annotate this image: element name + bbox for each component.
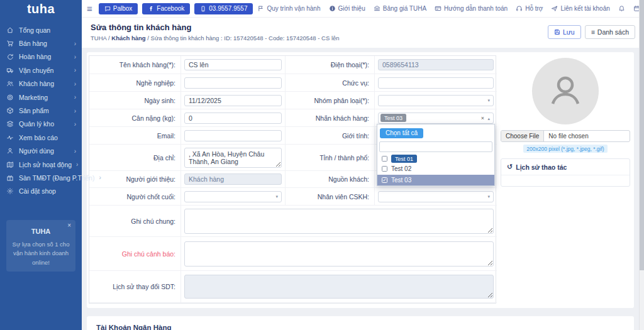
- phone-button[interactable]: 03.9557.9557: [194, 3, 253, 14]
- clear-tags-icon[interactable]: ×: [481, 115, 484, 121]
- topbar-links: Quy trình vận hành Giới thiệu Bảng giá T…: [257, 2, 644, 16]
- group-classification-select[interactable]: ▾: [378, 95, 494, 106]
- link-bang-gia[interactable]: Bảng giá TUHA: [374, 5, 426, 12]
- caret-down-icon: ▾: [487, 194, 490, 199]
- avatar-panel: Choose File No file chosen 200x200 pixel…: [501, 55, 630, 187]
- scrollbar-thumb[interactable]: [640, 0, 644, 270]
- link-lien-ket-tai-khoan[interactable]: Liên kết tài khoản: [551, 5, 609, 12]
- breadcrumb-id: ID: 157420548: [224, 35, 263, 41]
- close-icon[interactable]: ×: [67, 222, 71, 229]
- sidebar-item-nguoi-dung[interactable]: Người dùng ›: [0, 145, 82, 158]
- general-note-textarea[interactable]: [184, 209, 494, 234]
- sidebar-item-tong-quan[interactable]: Tổng quan: [0, 23, 82, 36]
- product-icon: [6, 107, 14, 115]
- page-header-left: Sửa thông tin khách hàng TUHA / Khách hà…: [91, 23, 340, 41]
- caret-up-icon: ▴: [487, 116, 490, 121]
- tuha-logo[interactable]: tuha: [0, 0, 82, 18]
- sidebar-item-khach-hang[interactable]: Khách hàng ›: [0, 77, 82, 91]
- field-label: Ngày sinh:: [89, 92, 181, 109]
- field-label: Cân nặng (kg):: [89, 109, 181, 127]
- breadcrumb-section[interactable]: Khách hàng: [111, 35, 145, 41]
- field-label: Người chốt cuối:: [89, 188, 181, 206]
- link-huong-dan-thanh-toan[interactable]: Hướng dẫn thanh toán: [435, 5, 508, 12]
- breadcrumb-current: Sửa thông tin khách hàng :: [151, 35, 223, 41]
- sidebar-item-label: Hoàn hàng: [19, 53, 51, 60]
- topbar: ≡ Palbox Facebook 03.9557.9557 Quy trình…: [82, 0, 644, 18]
- customer-form-card: Tên khách hàng(*): Điện thoại(*): Nghề n…: [87, 52, 634, 308]
- weight-input[interactable]: [184, 113, 282, 124]
- promo-text: Sự lựa chọn số 1 cho vận hành kinh doanh…: [11, 240, 70, 267]
- payment-card-icon: [435, 5, 441, 12]
- checkbox-checked[interactable]: ✓: [382, 177, 387, 183]
- chevron-right-icon: ›: [74, 121, 76, 128]
- birthday-input[interactable]: [184, 95, 282, 106]
- facebook-button[interactable]: Facebook: [142, 3, 190, 14]
- content-area: Tên khách hàng(*): Điện thoại(*): Nghề n…: [82, 48, 644, 330]
- sidebar-item-ban-hang[interactable]: Bán hàng ›: [0, 36, 82, 50]
- customer-tags-select[interactable]: Test 03 × ▴: [378, 113, 494, 124]
- home-icon: [6, 26, 14, 34]
- link-ho-tro[interactable]: Hỗ trợ: [516, 5, 543, 12]
- sidebar-item-hoan-hang[interactable]: Hoàn hàng ›: [0, 50, 82, 63]
- link-gioi-thieu[interactable]: Giới thiệu: [329, 5, 365, 12]
- selected-tag: Test 03: [380, 114, 406, 122]
- customer-tags-dropdown: Chọn tất cả Test 01 Test 02 ✓ Test 0: [377, 124, 495, 186]
- sidebar-item-van-chuyen[interactable]: Vận chuyển ›: [0, 63, 82, 77]
- tag-option-test02[interactable]: Test 02: [379, 164, 492, 174]
- field-label: Nhãn khách hàng:: [286, 109, 375, 127]
- chevron-right-icon: ›: [76, 161, 78, 168]
- occupation-input[interactable]: [184, 77, 282, 89]
- address-textarea[interactable]: , Xã An Hòa, Huyện Châu Thành, An Giang: [184, 148, 282, 168]
- action-history-title: Lịch sử thao tác: [516, 163, 567, 171]
- sidebar-item-label: Vận chuyển: [19, 67, 53, 74]
- tag-option-test03[interactable]: ✓ Test 03: [377, 175, 494, 185]
- tag-search-input[interactable]: [379, 141, 492, 152]
- field-label: Chức vụ:: [286, 74, 375, 92]
- sidebar-item-marketing[interactable]: Marketing ›: [0, 91, 82, 104]
- link-quy-trinh-van-hanh[interactable]: Quy trình vận hành: [257, 5, 320, 12]
- select-all-button[interactable]: Chọn tất cả: [380, 128, 423, 138]
- return-icon: [6, 53, 14, 61]
- phone-history-textarea: [184, 275, 494, 299]
- warning-note-textarea[interactable]: [184, 241, 494, 267]
- position-input[interactable]: [378, 77, 494, 89]
- sidebar-item-san-pham[interactable]: Sản phẩm ›: [0, 104, 82, 117]
- sidebar-item-cai-dat-shop[interactable]: Cài đặt shop: [0, 185, 82, 198]
- avatar-file-input[interactable]: Choose File No file chosen: [501, 130, 630, 142]
- list-button[interactable]: ≡ Danh sách: [585, 25, 635, 39]
- upload-hint: 200x200 pixel (*.jpg, *.jpeg, *.gif): [523, 145, 607, 153]
- report-icon: [6, 133, 14, 141]
- save-button[interactable]: Lưu: [548, 25, 581, 39]
- sidebar-nav: Tổng quan Bán hàng › Hoàn hàng › Vận chu…: [0, 18, 82, 198]
- sidebar-item-san-tmdt[interactable]: Sàn TMĐT (Đang P.Triển) ›: [0, 171, 82, 184]
- hamburger-menu-icon[interactable]: ≡: [87, 4, 92, 13]
- cskh-staff-select[interactable]: ▾: [378, 191, 494, 202]
- last-closer-select[interactable]: ▾: [184, 191, 282, 202]
- tag-option-label: Test 02: [391, 165, 411, 172]
- sidebar-item-lich-su-hoat-dong[interactable]: Lịch sử hoạt động ›: [0, 158, 82, 171]
- checkbox-unchecked[interactable]: [382, 166, 387, 172]
- customer-name-input[interactable]: [184, 59, 282, 70]
- notification-bell-icon[interactable]: [618, 5, 625, 12]
- promo-title: TUHA: [11, 228, 70, 235]
- email-input[interactable]: [184, 130, 282, 141]
- choose-file-button[interactable]: Choose File: [501, 131, 544, 141]
- app-window: tuha Tổng quan Bán hàng › Hoàn hàng › Vậ…: [0, 0, 644, 330]
- palbox-button[interactable]: Palbox: [99, 3, 138, 14]
- sidebar-item-label: Tổng quan: [19, 26, 50, 34]
- chevron-right-icon: ›: [74, 80, 76, 87]
- sidebar-promo-card: × TUHA Sự lựa chọn số 1 cho vận hành kin…: [6, 220, 75, 272]
- sidebar-item-quan-ly-kho[interactable]: Quản lý kho ›: [0, 118, 82, 131]
- field-label-warning: Ghi chú cảnh báo:: [89, 237, 181, 271]
- tag-option-test01[interactable]: Test 01: [379, 154, 492, 164]
- breadcrumb-home[interactable]: TUHA: [91, 35, 106, 41]
- main-area: ≡ Palbox Facebook 03.9557.9557 Quy trình…: [82, 0, 644, 330]
- field-label: Email:: [89, 127, 181, 145]
- page-title: Sửa thông tin khách hàng: [91, 23, 340, 32]
- scrollbar-track[interactable]: [639, 0, 644, 330]
- checkbox-unchecked[interactable]: [382, 156, 387, 162]
- sidebar-item-xem-bao-cao[interactable]: Xem báo cáo: [0, 131, 82, 144]
- sidebar-item-label: Cài đặt shop: [19, 187, 56, 195]
- field-label: Tỉnh / thành phố:: [286, 145, 375, 171]
- sidebar-item-label: Marketing: [19, 94, 48, 101]
